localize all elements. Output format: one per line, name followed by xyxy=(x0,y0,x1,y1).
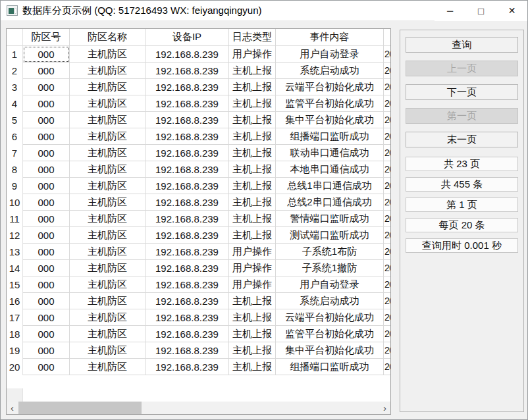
cell-event-content[interactable]: 监管平台初始化成功 xyxy=(276,95,384,112)
cell-time-clipped[interactable]: 20 xyxy=(384,178,390,194)
cell-device-ip[interactable]: 192.168.8.239 xyxy=(145,161,229,178)
cell-time-clipped[interactable]: 20 xyxy=(384,63,390,79)
cell-zone-number[interactable]: 000 xyxy=(23,227,70,244)
scrollbar-track[interactable] xyxy=(18,402,379,414)
cell-time-clipped[interactable]: 20 xyxy=(384,194,390,211)
row-number[interactable]: 18 xyxy=(7,326,23,342)
cell-zone-number[interactable]: 000 xyxy=(23,145,70,161)
cell-log-type[interactable]: 用户操作 xyxy=(229,244,276,260)
row-number[interactable]: 3 xyxy=(7,79,23,95)
cell-zone-number[interactable]: 000 xyxy=(23,342,70,359)
minimize-icon[interactable]: ─ xyxy=(435,1,465,21)
table-corner-cell[interactable] xyxy=(7,29,23,46)
row-number[interactable]: 1 xyxy=(7,46,23,63)
cell-zone-number[interactable]: 000 xyxy=(23,309,70,326)
cell-time-clipped[interactable]: 20 xyxy=(384,244,390,260)
cell-time-clipped[interactable]: 20 xyxy=(384,95,390,112)
cell-event-content[interactable]: 本地串口通信成功 xyxy=(276,161,384,178)
cell-log-type[interactable]: 主机上报 xyxy=(229,63,276,79)
row-number[interactable]: 13 xyxy=(7,244,23,260)
cell-log-type[interactable]: 主机上报 xyxy=(229,342,276,359)
cell-event-content[interactable]: 组播端口监听成功 xyxy=(276,359,384,375)
cell-zone-number[interactable]: 000 xyxy=(23,211,70,227)
cell-event-content[interactable]: 总线1串口通信成功 xyxy=(276,178,384,194)
cell-event-content[interactable]: 联动串口通信成功 xyxy=(276,145,384,161)
cell-device-ip[interactable]: 192.168.8.239 xyxy=(145,293,229,309)
cell-event-content[interactable]: 系统启动成功 xyxy=(276,293,384,309)
cell-event-content[interactable]: 子系统1布防 xyxy=(276,244,384,260)
cell-time-clipped[interactable]: 20 xyxy=(384,46,390,63)
cell-event-content[interactable]: 集中平台初始化成功 xyxy=(276,112,384,128)
cell-event-content[interactable]: 云端平台初始化成功 xyxy=(276,79,384,95)
cell-event-content[interactable]: 组播端口监听成功 xyxy=(276,128,384,145)
cell-log-type[interactable]: 主机上报 xyxy=(229,309,276,326)
cell-zone-number[interactable]: 000 xyxy=(23,112,70,128)
cell-device-ip[interactable]: 192.168.8.239 xyxy=(145,178,229,194)
cell-log-type[interactable]: 主机上报 xyxy=(229,178,276,194)
header-log-type[interactable]: 日志类型 xyxy=(229,29,276,46)
cell-zone-number[interactable]: 000 xyxy=(23,161,70,178)
cell-log-type[interactable]: 用户操作 xyxy=(229,260,276,276)
cell-zone-name[interactable]: 主机防区 xyxy=(70,95,145,112)
row-number[interactable]: 14 xyxy=(7,260,23,276)
cell-device-ip[interactable]: 192.168.8.239 xyxy=(145,63,229,79)
cell-event-content[interactable]: 用户自动登录 xyxy=(276,276,384,293)
cell-log-type[interactable]: 主机上报 xyxy=(229,211,276,227)
cell-device-ip[interactable]: 192.168.8.239 xyxy=(145,211,229,227)
cell-device-ip[interactable]: 192.168.8.239 xyxy=(145,326,229,342)
cell-zone-name[interactable]: 主机防区 xyxy=(70,145,145,161)
titlebar[interactable]: 数据库分页示例 (QQ: 517216493 WX: feiyangqingyu… xyxy=(1,1,527,21)
cell-time-clipped[interactable]: 20 xyxy=(384,227,390,244)
row-number[interactable]: 12 xyxy=(7,227,23,244)
cell-time-clipped[interactable]: 20 xyxy=(384,276,390,293)
cell-zone-number[interactable]: 000 xyxy=(23,276,70,293)
cell-time-clipped[interactable]: 20 xyxy=(384,309,390,326)
cell-zone-name[interactable]: 主机防区 xyxy=(70,342,145,359)
cell-zone-number[interactable]: 000 xyxy=(23,95,70,112)
cell-zone-name[interactable]: 主机防区 xyxy=(70,227,145,244)
header-time-clipped[interactable] xyxy=(384,29,390,46)
cell-zone-number[interactable]: 000 xyxy=(23,46,70,63)
row-number[interactable]: 5 xyxy=(7,112,23,128)
cell-log-type[interactable]: 主机上报 xyxy=(229,227,276,244)
cell-time-clipped[interactable]: 20 xyxy=(384,112,390,128)
cell-time-clipped[interactable]: 20 xyxy=(384,145,390,161)
cell-zone-number[interactable]: 000 xyxy=(23,194,70,211)
row-number[interactable]: 8 xyxy=(7,161,23,178)
cell-device-ip[interactable]: 192.168.8.239 xyxy=(145,276,229,293)
cell-zone-name[interactable]: 主机防区 xyxy=(70,211,145,227)
row-number[interactable]: 19 xyxy=(7,342,23,359)
cell-zone-name[interactable]: 主机防区 xyxy=(70,46,145,63)
cell-zone-name[interactable]: 主机防区 xyxy=(70,326,145,342)
cell-event-content[interactable]: 系统启动成功 xyxy=(276,63,384,79)
cell-time-clipped[interactable]: 20 xyxy=(384,359,390,375)
cell-log-type[interactable]: 用户操作 xyxy=(229,46,276,63)
cell-zone-name[interactable]: 主机防区 xyxy=(70,63,145,79)
cell-device-ip[interactable]: 192.168.8.239 xyxy=(145,194,229,211)
cell-log-type[interactable]: 主机上报 xyxy=(229,112,276,128)
cell-log-type[interactable]: 主机上报 xyxy=(229,95,276,112)
cell-zone-number[interactable]: 000 xyxy=(23,293,70,309)
cell-device-ip[interactable]: 192.168.8.239 xyxy=(145,342,229,359)
row-number[interactable]: 10 xyxy=(7,194,23,211)
cell-time-clipped[interactable]: 20 xyxy=(384,211,390,227)
cell-zone-number[interactable]: 000 xyxy=(23,359,70,375)
cell-zone-number[interactable]: 000 xyxy=(23,260,70,276)
cell-log-type[interactable]: 主机上报 xyxy=(229,326,276,342)
cell-device-ip[interactable]: 192.168.8.239 xyxy=(145,79,229,95)
cell-device-ip[interactable]: 192.168.8.239 xyxy=(145,95,229,112)
cell-zone-name[interactable]: 主机防区 xyxy=(70,260,145,276)
cell-zone-name[interactable]: 主机防区 xyxy=(70,194,145,211)
close-icon[interactable]: ✕ xyxy=(496,1,527,21)
header-device-ip[interactable]: 设备IP xyxy=(145,29,229,46)
cell-event-content[interactable]: 云端平台初始化成功 xyxy=(276,309,384,326)
cell-event-content[interactable]: 监管平台初始化成功 xyxy=(276,326,384,342)
cell-event-content[interactable]: 测试端口监听成功 xyxy=(276,227,384,244)
cell-zone-number[interactable]: 000 xyxy=(23,128,70,145)
row-number[interactable]: 4 xyxy=(7,95,23,112)
cell-device-ip[interactable]: 192.168.8.239 xyxy=(145,46,229,63)
cell-device-ip[interactable]: 192.168.8.239 xyxy=(145,227,229,244)
cell-log-type[interactable]: 主机上报 xyxy=(229,293,276,309)
cell-event-content[interactable]: 用户自动登录 xyxy=(276,46,384,63)
cell-event-content[interactable]: 集中平台初始化成功 xyxy=(276,342,384,359)
